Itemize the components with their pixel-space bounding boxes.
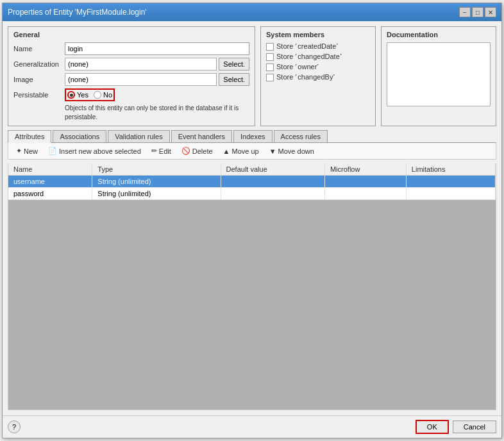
new-button[interactable]: ✦ New <box>12 146 42 156</box>
col-microflow: Microflow <box>324 163 406 176</box>
move-down-label: Move down <box>278 147 314 155</box>
attributes-toolbar: ✦ New 📄 Insert new above selected ✏ Edit… <box>8 143 496 160</box>
system-member-row-1: Store ʻchangedDateʼ <box>266 53 370 61</box>
generalization-row: Generalization (none) Select. <box>13 58 249 71</box>
yes-radio-label[interactable]: Yes <box>67 91 88 99</box>
col-default: Default value <box>221 163 324 176</box>
system-member-row-3: Store ʻchangedByʼ <box>266 73 370 81</box>
changed-date-label: Store ʻchangedDateʼ <box>276 53 342 61</box>
table-row[interactable]: password String (unlimited) <box>8 188 496 200</box>
insert-icon: 📄 <box>48 147 57 155</box>
insert-button[interactable]: 📄 Insert new above selected <box>44 146 145 156</box>
minimize-button[interactable]: − <box>459 7 471 17</box>
move-up-button[interactable]: ▲ Move up <box>219 146 263 156</box>
tab-attributes[interactable]: Attributes <box>8 130 51 143</box>
table-header: Name Type Default value Microflow Limita… <box>8 163 496 176</box>
main-window: Properties of Entity 'MyFirstModule.logi… <box>2 3 502 438</box>
tab-access-rules[interactable]: Access rules <box>274 130 328 142</box>
tabs-section: Attributes Associations Validation rules… <box>8 130 496 160</box>
row-name: password <box>8 188 92 200</box>
edit-icon: ✏ <box>151 147 157 155</box>
tab-bar: Attributes Associations Validation rules… <box>8 130 496 143</box>
documentation-section: Documentation <box>381 26 496 126</box>
delete-icon: 🚫 <box>181 147 190 155</box>
delete-label: Delete <box>192 147 213 155</box>
row-default <box>221 176 324 188</box>
move-up-icon: ▲ <box>223 147 230 155</box>
bottom-bar: ? OK Cancel <box>3 415 501 438</box>
close-button[interactable]: ✕ <box>485 7 496 17</box>
generalization-value: (none) <box>65 58 217 71</box>
title-bar: Properties of Entity 'MyFirstModule.logi… <box>3 3 501 21</box>
content-area: General Name Generalization (none) Selec… <box>3 21 501 415</box>
yes-radio[interactable] <box>67 91 75 99</box>
generalization-label: Generalization <box>13 60 65 68</box>
table-container: Name Type Default value Microflow Limita… <box>8 163 496 410</box>
documentation-textarea[interactable] <box>387 42 491 106</box>
row-microflow <box>324 188 406 200</box>
system-members-title: System members <box>266 31 370 38</box>
name-input[interactable] <box>65 42 249 55</box>
system-members-section: System members Store ʻcreatedDateʼ Store… <box>260 26 376 126</box>
move-down-button[interactable]: ▼ Move down <box>265 146 318 156</box>
no-radio-label[interactable]: No <box>94 91 112 99</box>
window-controls: − □ ✕ <box>459 7 496 17</box>
row-name: username <box>8 176 92 188</box>
system-member-row-2: Store ʻownerʼ <box>266 63 370 71</box>
yes-label: Yes <box>77 91 88 99</box>
general-section: General Name Generalization (none) Selec… <box>8 26 255 126</box>
new-icon: ✦ <box>16 147 22 155</box>
attributes-table: Name Type Default value Microflow Limita… <box>8 163 496 200</box>
checkbox-created-date[interactable] <box>266 43 274 51</box>
row-microflow <box>324 176 406 188</box>
checkbox-owner[interactable] <box>266 63 274 71</box>
row-type: String (unlimited) <box>92 176 221 188</box>
persistable-radio-group: Yes No <box>65 88 115 101</box>
delete-button[interactable]: 🚫 Delete <box>178 146 217 156</box>
insert-label: Insert new above selected <box>59 147 141 155</box>
col-type: Type <box>92 163 221 176</box>
row-limitations <box>406 188 495 200</box>
name-label: Name <box>13 45 65 53</box>
general-title: General <box>13 31 249 38</box>
image-select-button[interactable]: Select. <box>219 73 249 86</box>
table-row[interactable]: username String (unlimited) <box>8 176 496 188</box>
row-limitations <box>406 176 495 188</box>
window-title: Properties of Entity 'MyFirstModule.logi… <box>8 8 147 17</box>
no-label: No <box>103 91 112 99</box>
edit-label: Edit <box>159 147 171 155</box>
image-label: Image <box>13 76 65 83</box>
yes-radio-inner <box>70 94 73 97</box>
row-default <box>221 188 324 200</box>
new-label: New <box>24 147 38 155</box>
changed-by-label: Store ʻchangedByʼ <box>276 73 335 81</box>
generalization-select-button[interactable]: Select. <box>219 58 249 71</box>
cancel-button[interactable]: Cancel <box>453 420 496 433</box>
restore-button[interactable]: □ <box>472 7 483 17</box>
ok-button[interactable]: OK <box>416 420 449 434</box>
radio-options: Yes No <box>67 91 112 99</box>
table-body: username String (unlimited) password Str… <box>8 176 496 200</box>
created-date-label: Store ʻcreatedDateʼ <box>276 42 339 51</box>
col-limitations: Limitations <box>406 163 495 176</box>
tab-indexes[interactable]: Indexes <box>233 130 273 142</box>
checkbox-changed-date[interactable] <box>266 53 274 61</box>
top-section: General Name Generalization (none) Selec… <box>8 26 496 126</box>
tab-associations[interactable]: Associations <box>53 130 106 142</box>
table-empty-area <box>8 200 496 410</box>
no-radio[interactable] <box>94 91 101 99</box>
tab-validation-rules[interactable]: Validation rules <box>108 130 169 142</box>
name-row: Name <box>13 42 249 55</box>
checkbox-changed-by[interactable] <box>266 74 274 81</box>
documentation-title: Documentation <box>387 31 491 38</box>
persistable-note: Objects of this entity can only be store… <box>65 104 249 122</box>
dialog-buttons: OK Cancel <box>416 420 496 434</box>
move-down-icon: ▼ <box>269 147 276 155</box>
persistable-label: Persistable <box>13 91 65 99</box>
edit-button[interactable]: ✏ Edit <box>147 146 175 156</box>
table-header-row: Name Type Default value Microflow Limita… <box>8 163 496 176</box>
image-row: Image (none) Select. <box>13 73 249 86</box>
help-button[interactable]: ? <box>8 420 21 433</box>
system-member-row-0: Store ʻcreatedDateʼ <box>266 42 370 51</box>
tab-event-handlers[interactable]: Event handlers <box>171 130 232 142</box>
